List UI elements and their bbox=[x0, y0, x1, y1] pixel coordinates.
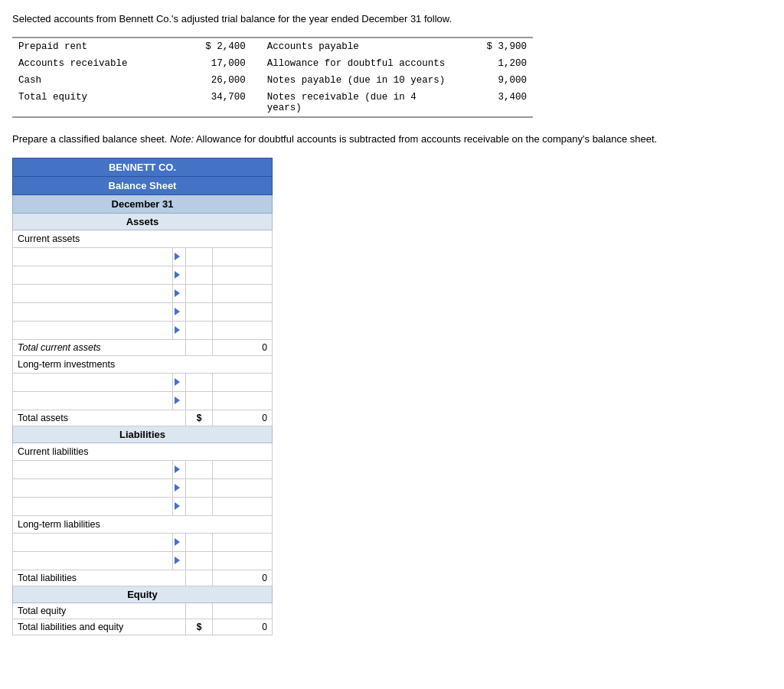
arrow-icon-9 bbox=[175, 484, 180, 491]
tb-right-val-2: 1,200 bbox=[460, 55, 533, 72]
total-current-assets-value: 0 bbox=[213, 339, 273, 355]
dollar-spacer-7 bbox=[185, 391, 213, 410]
long-term-value-1[interactable] bbox=[213, 373, 273, 391]
tb-right-label-1: Accounts payable bbox=[252, 38, 460, 55]
lt-liab-value-1[interactable] bbox=[213, 533, 273, 551]
arrow-icon-10 bbox=[175, 502, 180, 510]
liabilities-header: Liabilities bbox=[13, 426, 273, 442]
dollar-spacer-12 bbox=[185, 551, 213, 570]
assets-header: Assets bbox=[13, 213, 273, 230]
intro-text: Selected accounts from Bennett Co.'s adj… bbox=[12, 12, 772, 26]
tb-right-label-2: Allowance for doubtful accounts bbox=[252, 55, 460, 72]
company-name: BENNETT CO. bbox=[13, 158, 273, 176]
total-liabilities-equity-dollar: $ bbox=[185, 619, 213, 635]
long-term-input-2[interactable] bbox=[13, 391, 173, 410]
tb-left-label-1: Prepaid rent bbox=[12, 38, 179, 55]
current-asset-input-5[interactable] bbox=[13, 321, 173, 339]
equity-header: Equity bbox=[13, 586, 273, 602]
tb-right-val-1: $ 3,900 bbox=[460, 38, 533, 55]
current-asset-input-1[interactable] bbox=[13, 247, 173, 266]
tb-right-label-4: Notes receivable (due in 4 years) bbox=[252, 89, 460, 117]
long-term-input-1[interactable] bbox=[13, 373, 173, 391]
tb-left-val-1: $ 2,400 bbox=[179, 38, 252, 55]
arrow-icon-8 bbox=[175, 465, 180, 473]
bs-date: December 31 bbox=[13, 194, 273, 213]
current-assets-label: Current assets bbox=[13, 230, 273, 247]
current-asset-value-2[interactable] bbox=[213, 266, 273, 284]
current-asset-value-4[interactable] bbox=[213, 302, 273, 321]
dollar-spacer-11 bbox=[185, 533, 213, 551]
current-liab-input-3[interactable] bbox=[13, 497, 173, 515]
current-liabilities-label: Current liabilities bbox=[13, 442, 273, 460]
total-liabilities-equity-value: 0 bbox=[213, 619, 273, 635]
current-asset-value-5[interactable] bbox=[213, 321, 273, 339]
arrow-icon-12 bbox=[175, 557, 180, 564]
current-liab-value-1[interactable] bbox=[213, 460, 273, 478]
dollar-spacer-9 bbox=[185, 478, 213, 497]
long-term-liabilities-label: Long-term liabilities bbox=[13, 515, 273, 533]
tb-right-val-4: 3,400 bbox=[460, 89, 533, 117]
arrow-icon-7 bbox=[175, 397, 180, 404]
current-asset-input-3[interactable] bbox=[13, 284, 173, 302]
trial-balance-table: Prepaid rent $ 2,400 Accounts payable $ … bbox=[12, 37, 533, 118]
arrow-icon-2 bbox=[175, 271, 180, 279]
total-equity-label: Total equity bbox=[13, 602, 186, 619]
tb-left-label-2: Accounts receivable bbox=[12, 55, 179, 72]
tb-left-val-2: 17,000 bbox=[179, 55, 252, 72]
note-italic: Note: bbox=[170, 133, 194, 145]
tb-left-val-4: 34,700 bbox=[179, 89, 252, 117]
dollar-spacer-1 bbox=[185, 247, 213, 266]
tb-right-val-3: 9,000 bbox=[460, 72, 533, 89]
arrow-icon-11 bbox=[175, 538, 180, 546]
tb-left-label-4: Total equity bbox=[12, 89, 179, 117]
dollar-spacer-8 bbox=[185, 460, 213, 478]
long-term-value-2[interactable] bbox=[213, 391, 273, 410]
dollar-spacer-3 bbox=[185, 284, 213, 302]
balance-sheet-wrapper: BENNETT CO. Balance Sheet December 31 As… bbox=[12, 158, 273, 635]
lt-liab-input-1[interactable] bbox=[13, 533, 173, 551]
current-liab-input-2[interactable] bbox=[13, 478, 173, 497]
arrow-icon-6 bbox=[175, 378, 180, 386]
total-assets-dollar: $ bbox=[185, 410, 213, 426]
lt-liab-input-2[interactable] bbox=[13, 551, 173, 570]
dollar-spacer-4 bbox=[185, 302, 213, 321]
dollar-spacer-6 bbox=[185, 373, 213, 391]
long-term-investments-label: Long-term investments bbox=[13, 355, 273, 373]
dollar-spacer-10 bbox=[185, 497, 213, 515]
equity-value[interactable] bbox=[213, 602, 273, 619]
total-liabilities-dollar bbox=[185, 570, 213, 586]
current-liab-value-2[interactable] bbox=[213, 478, 273, 497]
current-liab-input-1[interactable] bbox=[13, 460, 173, 478]
current-asset-input-2[interactable] bbox=[13, 266, 173, 284]
current-asset-value-3[interactable] bbox=[213, 284, 273, 302]
prepare-text: Prepare a classified balance sheet. Note… bbox=[12, 132, 772, 147]
total-current-assets-label: Total current assets bbox=[13, 339, 186, 355]
arrow-icon-4 bbox=[175, 308, 180, 315]
balance-sheet-table: BENNETT CO. Balance Sheet December 31 As… bbox=[12, 158, 273, 635]
lt-liab-value-2[interactable] bbox=[213, 551, 273, 570]
current-liab-value-3[interactable] bbox=[213, 497, 273, 515]
arrow-icon-1 bbox=[175, 253, 180, 260]
total-current-assets-dollar bbox=[185, 339, 213, 355]
current-asset-input-4[interactable] bbox=[13, 302, 173, 321]
dollar-spacer-2 bbox=[185, 266, 213, 284]
tb-right-label-3: Notes payable (due in 10 years) bbox=[252, 72, 460, 89]
bs-title: Balance Sheet bbox=[13, 176, 273, 194]
current-asset-value-1[interactable] bbox=[213, 247, 273, 266]
total-liabilities-label: Total liabilities bbox=[13, 570, 186, 586]
total-assets-value: 0 bbox=[213, 410, 273, 426]
tb-left-label-3: Cash bbox=[12, 72, 179, 89]
equity-dollar-spacer bbox=[185, 602, 213, 619]
tb-left-val-3: 26,000 bbox=[179, 72, 252, 89]
arrow-icon-3 bbox=[175, 289, 180, 297]
arrow-icon-5 bbox=[175, 326, 180, 334]
total-liabilities-equity-label: Total liabilities and equity bbox=[13, 619, 186, 635]
total-assets-label: Total assets bbox=[13, 410, 186, 426]
dollar-spacer-5 bbox=[185, 321, 213, 339]
total-liabilities-value: 0 bbox=[213, 570, 273, 586]
